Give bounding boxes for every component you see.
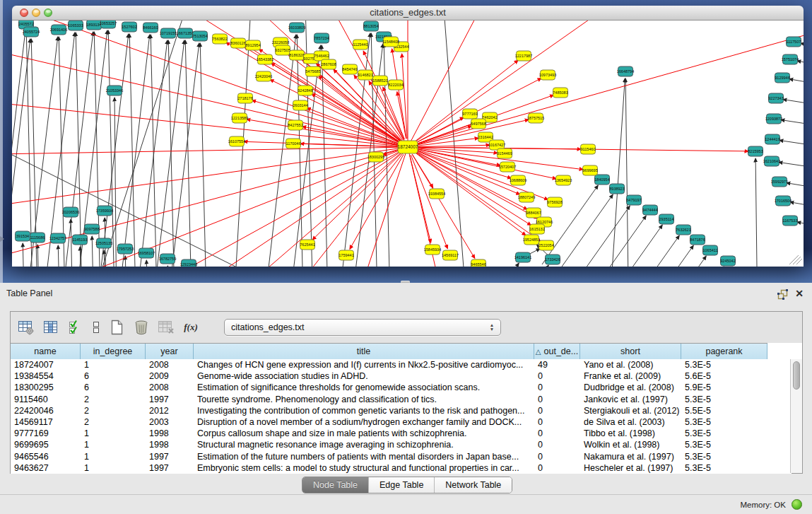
- network-node[interactable]: 8813054: [363, 21, 378, 31]
- network-node[interactable]: 18807249: [518, 192, 535, 202]
- network-node[interactable]: 13654923: [555, 175, 572, 185]
- network-node[interactable]: 16107554: [228, 136, 245, 146]
- network-node[interactable]: 12217987: [515, 51, 532, 61]
- network-node[interactable]: 9242848: [298, 86, 312, 95]
- table-selector-dropdown[interactable]: citations_edges.txt ▲▼: [224, 319, 501, 336]
- network-node[interactable]: 8912954: [245, 40, 260, 50]
- network-node[interactable]: 1244419: [765, 134, 779, 144]
- network-node[interactable]: 15720407: [499, 162, 516, 172]
- network-node[interactable]: 16671358: [177, 28, 194, 38]
- network-graph[interactable]: 2405572240557242069140610653331893134106…: [12, 21, 804, 267]
- table-row[interactable]: 911546021997Tourette syndrome. Phenomeno…: [11, 394, 792, 405]
- column-header-out_de[interactable]: △out_de...: [534, 344, 580, 359]
- network-node[interactable]: 1065333: [68, 21, 83, 30]
- memory-indicator-led[interactable]: [792, 499, 802, 510]
- network-node[interactable]: 1115686: [30, 233, 45, 243]
- table-settings-icon[interactable]: [17, 318, 35, 337]
- table-row[interactable]: 1456911722003Disruption of a novel membe…: [11, 416, 792, 428]
- network-node[interactable]: 2935114: [659, 214, 673, 224]
- network-node[interactable]: 8427552: [288, 120, 302, 130]
- network-node[interactable]: 9097588: [84, 224, 99, 234]
- network-node[interactable]: 15845934: [424, 245, 441, 255]
- network-node[interactable]: 2522054: [539, 240, 553, 250]
- network-node[interactable]: 16033809: [288, 23, 305, 33]
- network-node[interactable]: 16210643: [763, 156, 780, 166]
- network-node[interactable]: 9154469: [497, 148, 512, 158]
- table-row[interactable]: 1872400712008Changes of HCN gene express…: [11, 359, 792, 370]
- close-panel-icon[interactable]: ✕: [795, 288, 804, 299]
- network-node[interactable]: 1733426: [545, 255, 560, 264]
- network-node[interactable]: 10719155: [160, 28, 177, 38]
- table-row[interactable]: 946362711997Embryonic stem cells: a mode…: [11, 462, 792, 474]
- network-node[interactable]: 7625441: [300, 240, 314, 250]
- network-node[interactable]: 6479197: [626, 195, 641, 205]
- network-node[interactable]: 8360128: [230, 38, 245, 48]
- network-node[interactable]: 12342757: [49, 233, 66, 243]
- network-node[interactable]: 9756928: [547, 197, 562, 207]
- network-node[interactable]: 1065411: [702, 245, 717, 255]
- network-node[interactable]: 9699695: [582, 165, 597, 175]
- network-node[interactable]: 7857234: [314, 33, 329, 43]
- float-panel-icon[interactable]: [777, 289, 788, 300]
- network-node[interactable]: 1145193: [72, 235, 87, 245]
- table-row[interactable]: 2242004622012Investigating the contribut…: [11, 405, 792, 416]
- network-node[interactable]: 19524851: [523, 235, 540, 245]
- tab-edge-table[interactable]: Edge Table: [369, 477, 435, 493]
- network-node[interactable]: 9327505: [275, 45, 290, 55]
- network-node[interactable]: 8471876: [690, 235, 705, 245]
- table-row[interactable]: 1830029562008Estimation of significance …: [11, 382, 792, 393]
- network-node[interactable]: 5475685: [305, 66, 320, 76]
- row-check-icon[interactable]: [66, 318, 85, 337]
- network-node[interactable]: 14196141: [514, 252, 531, 262]
- network-node[interactable]: 7563822: [212, 34, 227, 44]
- network-node[interactable]: 9465546: [471, 259, 486, 267]
- network-node[interactable]: 8466160: [143, 23, 158, 33]
- network-node[interactable]: 17957253: [117, 244, 134, 254]
- column-header-title[interactable]: title: [194, 344, 534, 359]
- table-row[interactable]: 977716911998Corpus callosum shape and si…: [11, 428, 792, 439]
- network-node[interactable]: 9777169: [462, 109, 477, 119]
- function-builder-icon[interactable]: f(x): [182, 318, 200, 337]
- network-node[interactable]: 1615132: [529, 224, 544, 234]
- column-header-short[interactable]: short: [580, 344, 681, 359]
- network-node[interactable]: 8215953: [748, 146, 763, 156]
- network-node[interactable]: 24055724: [23, 27, 40, 37]
- tab-node-table[interactable]: Node Table: [302, 477, 369, 493]
- network-node[interactable]: 18300295: [367, 152, 384, 162]
- network-node[interactable]: 17016504: [775, 196, 792, 206]
- network-node[interactable]: 12923448: [180, 259, 197, 267]
- network-node[interactable]: 9115460: [580, 144, 595, 154]
- network-hub-node[interactable]: 18724007: [398, 141, 418, 153]
- network-node[interactable]: 9245042: [720, 256, 735, 266]
- column-header-year[interactable]: year: [146, 344, 194, 359]
- network-node[interactable]: 7632621: [676, 225, 690, 235]
- hidden-panel-arrow[interactable]: [0, 236, 4, 242]
- network-node[interactable]: 7513054: [192, 31, 207, 41]
- network-node[interactable]: 12505135: [95, 238, 112, 248]
- column-header-in_degree[interactable]: in_degree: [81, 344, 146, 359]
- network-node[interactable]: 6497568: [471, 119, 486, 129]
- network-node[interactable]: 21053346: [106, 86, 123, 95]
- network-node[interactable]: 12213589: [231, 113, 248, 123]
- network-canvas[interactable]: 2405572240557242069140610653331893134106…: [12, 21, 804, 267]
- network-node[interactable]: 9129946: [775, 73, 789, 83]
- new-file-icon[interactable]: [107, 318, 126, 337]
- network-node[interactable]: 1759441: [339, 250, 353, 260]
- trash-icon[interactable]: [132, 318, 151, 337]
- network-node[interactable]: 9227343: [768, 93, 783, 103]
- network-node[interactable]: 10688609: [510, 175, 526, 185]
- row-pair-icon[interactable]: [91, 318, 101, 337]
- network-node[interactable]: 14569117: [442, 250, 459, 260]
- network-node[interactable]: 18757515: [527, 113, 544, 123]
- column-header-pagerank[interactable]: pagerank: [681, 344, 767, 359]
- network-node[interactable]: 20691406: [50, 25, 67, 35]
- network-node[interactable]: 9474444: [642, 205, 657, 215]
- table-row[interactable]: 946554611997Estimation of the future num…: [11, 451, 792, 462]
- table-row[interactable]: 1938455462009Genome-wide association stu…: [11, 370, 792, 382]
- network-node[interactable]: 1167533: [782, 216, 797, 226]
- network-node[interactable]: 1840954: [594, 175, 609, 185]
- network-node[interactable]: 391534: [16, 231, 30, 241]
- canvas-resize-grip[interactable]: [789, 255, 802, 264]
- column-header-name[interactable]: name: [11, 344, 81, 359]
- network-node[interactable]: 10653257: [100, 21, 117, 28]
